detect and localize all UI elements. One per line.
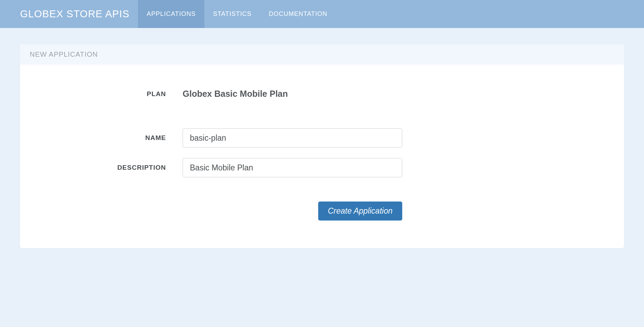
button-row: Create Application xyxy=(34,202,610,221)
plan-value: Globex Basic Mobile Plan xyxy=(183,89,288,99)
nav-item-documentation[interactable]: DOCUMENTATION xyxy=(260,0,336,28)
form-row-name: NAME xyxy=(34,128,610,148)
name-input[interactable] xyxy=(183,128,402,148)
plan-label: PLAN xyxy=(34,90,183,98)
navbar: GLOBEX STORE APIS APPLICATIONS STATISTIC… xyxy=(0,0,644,28)
navbar-nav: APPLICATIONS STATISTICS DOCUMENTATION xyxy=(138,0,336,28)
create-application-button[interactable]: Create Application xyxy=(318,202,402,221)
nav-item-applications[interactable]: APPLICATIONS xyxy=(138,0,204,28)
main-container: NEW APPLICATION PLAN Globex Basic Mobile… xyxy=(0,28,644,264)
navbar-brand[interactable]: GLOBEX STORE APIS xyxy=(20,8,129,20)
panel-header: NEW APPLICATION xyxy=(20,44,624,65)
nav-item-statistics[interactable]: STATISTICS xyxy=(204,0,260,28)
name-label: NAME xyxy=(34,134,183,142)
panel-body: PLAN Globex Basic Mobile Plan NAME DESCR… xyxy=(20,65,624,248)
form-row-plan: PLAN Globex Basic Mobile Plan xyxy=(34,89,610,99)
form-row-description: DESCRIPTION xyxy=(34,158,610,177)
description-input[interactable] xyxy=(183,158,402,177)
application-panel: NEW APPLICATION PLAN Globex Basic Mobile… xyxy=(20,44,624,248)
description-label: DESCRIPTION xyxy=(34,164,183,171)
button-container: Create Application xyxy=(183,202,402,221)
